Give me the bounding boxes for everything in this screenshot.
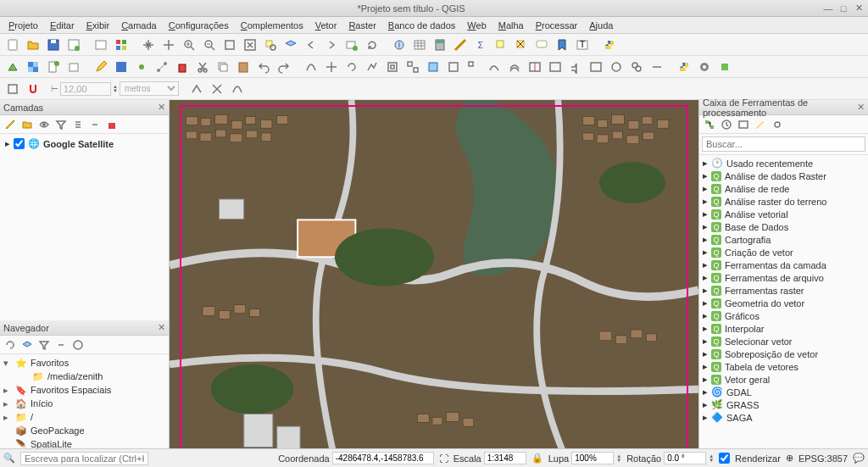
- attribute-table-icon[interactable]: [410, 36, 429, 54]
- zoom-selection-icon[interactable]: [261, 36, 280, 54]
- topo-editing-icon[interactable]: [187, 80, 206, 98]
- processing-item[interactable]: ▸QFerramentas raster: [703, 284, 865, 297]
- caret-icon[interactable]: ▸: [5, 138, 10, 149]
- zoom-full-icon[interactable]: [241, 36, 259, 54]
- simplify-icon[interactable]: [363, 58, 381, 76]
- enable-snapping-icon[interactable]: [24, 80, 42, 98]
- refresh-icon[interactable]: [363, 36, 381, 54]
- processing-item[interactable]: ▸QAnálise de dados Raster: [703, 170, 865, 182]
- processing-item[interactable]: ▸QAnálise raster do terreno: [703, 195, 865, 208]
- processing-item[interactable]: ▸QAnálise de rede: [703, 182, 865, 195]
- processing-item[interactable]: ▸QCriação de vetor: [703, 246, 865, 259]
- reshape-icon[interactable]: [485, 58, 504, 76]
- menu-processar[interactable]: Processar: [531, 19, 583, 32]
- browser-item[interactable]: ▸📁/: [3, 410, 165, 424]
- rotate-feature-icon[interactable]: [342, 58, 361, 76]
- python-console-icon[interactable]: [600, 36, 619, 54]
- menu-malha[interactable]: Malha: [493, 19, 529, 32]
- trim-icon[interactable]: [648, 58, 666, 76]
- window-close-button[interactable]: ✕: [853, 3, 865, 14]
- identify-icon[interactable]: i: [390, 36, 409, 54]
- offset-curve-icon[interactable]: [505, 58, 524, 76]
- new-project-icon[interactable]: [3, 36, 22, 54]
- extents-icon[interactable]: ⛶: [439, 453, 448, 464]
- delete-selected-icon[interactable]: [173, 58, 192, 76]
- python-icon[interactable]: [675, 58, 693, 76]
- menu-editar[interactable]: Editar: [45, 19, 80, 32]
- select-features-icon[interactable]: [492, 36, 510, 54]
- menu-configurações[interactable]: Configurações: [164, 19, 234, 32]
- add-raster-icon[interactable]: [24, 58, 42, 76]
- statistics-icon[interactable]: Σ: [471, 36, 490, 54]
- pan-to-selection-icon[interactable]: [159, 36, 178, 54]
- processing-item[interactable]: ▸QSelecionar vetor: [703, 335, 865, 347]
- crs-icon[interactable]: ⊕: [786, 453, 793, 464]
- layout-manager-icon[interactable]: [92, 36, 110, 54]
- locator-input[interactable]: [20, 452, 148, 465]
- processing-item[interactable]: ▸QGráficos: [703, 309, 865, 322]
- processing-item[interactable]: ▸QFerramentas da camada: [703, 259, 865, 271]
- processing-icon[interactable]: [695, 58, 714, 76]
- menu-vetor[interactable]: Vetor: [310, 19, 342, 32]
- zoom-out-icon[interactable]: [200, 36, 219, 54]
- merge-attributes-icon[interactable]: [587, 58, 605, 76]
- menu-ajuda[interactable]: Ajuda: [584, 19, 618, 32]
- new-shapefile-icon[interactable]: [44, 58, 63, 76]
- processing-edit-icon[interactable]: [753, 117, 768, 132]
- menu-projeto[interactable]: Projeto: [3, 19, 43, 32]
- layers-panel-close-icon[interactable]: ✕: [158, 102, 165, 113]
- processing-item[interactable]: ▸QSobreposição de vetor: [703, 347, 865, 360]
- copy-features-icon[interactable]: [214, 58, 232, 76]
- zoom-last-icon[interactable]: [302, 36, 320, 54]
- delete-ring-icon[interactable]: [444, 58, 463, 76]
- layer-row[interactable]: ▸ 🌐 Google Satellite: [3, 137, 165, 150]
- processing-history-icon[interactable]: [719, 117, 734, 132]
- offset-symbol-icon[interactable]: [627, 58, 646, 76]
- processing-tree[interactable]: ▸🕑Usado recentemente▸QAnálise de dados R…: [699, 155, 868, 467]
- zoom-native-icon[interactable]: [220, 36, 239, 54]
- processing-item[interactable]: ▸QFerramentas de arquivo: [703, 271, 865, 284]
- processing-item[interactable]: ▸🌿GRASS: [703, 398, 865, 411]
- new-geopackage-icon[interactable]: [64, 58, 83, 76]
- expand-all-icon[interactable]: [70, 117, 86, 132]
- add-vector-icon[interactable]: [3, 58, 22, 76]
- processing-options-icon[interactable]: [770, 117, 785, 132]
- lock-icon[interactable]: 🔒: [531, 453, 543, 464]
- remove-layer-icon[interactable]: [104, 117, 120, 132]
- refresh-browser-icon[interactable]: [3, 337, 18, 353]
- layers-tree[interactable]: ▸ 🌐 Google Satellite: [0, 134, 169, 320]
- coord-value-input[interactable]: [332, 452, 434, 464]
- processing-item[interactable]: ▸🕑Usado recentemente: [703, 157, 865, 170]
- zoom-in-icon[interactable]: [180, 36, 198, 54]
- manage-visibility-icon[interactable]: [36, 117, 52, 132]
- processing-item[interactable]: ▸QTabela de vetores: [703, 360, 865, 373]
- text-annotation-icon[interactable]: T: [573, 36, 592, 54]
- properties-icon[interactable]: [70, 337, 86, 353]
- menu-exibir[interactable]: Exibir: [81, 19, 115, 32]
- map-canvas[interactable]: [170, 100, 698, 467]
- browser-panel-close-icon[interactable]: ✕: [158, 322, 165, 333]
- menu-complementos[interactable]: Complementos: [236, 19, 309, 32]
- enable-tracing-icon[interactable]: [228, 80, 247, 98]
- browser-item[interactable]: ▸🏠Início: [3, 397, 165, 410]
- epsg-label[interactable]: EPSG:3857: [798, 453, 848, 464]
- menu-raster[interactable]: Raster: [343, 19, 381, 32]
- menu-web[interactable]: Web: [462, 19, 491, 32]
- bookmark-icon[interactable]: [553, 36, 571, 54]
- snapping-edit-icon[interactable]: [3, 80, 22, 98]
- digitize-curve-icon[interactable]: [302, 58, 320, 76]
- deselect-icon[interactable]: [512, 36, 531, 54]
- render-checkbox[interactable]: [719, 453, 730, 464]
- split-parts-icon[interactable]: [546, 58, 565, 76]
- zoom-layer-icon[interactable]: [281, 36, 300, 54]
- processing-model-icon[interactable]: [702, 117, 717, 132]
- processing-item[interactable]: ▸🌀GDAL: [703, 386, 865, 398]
- new-layout-icon[interactable]: [64, 36, 83, 54]
- pan-icon[interactable]: [139, 36, 158, 54]
- snap-distance-input[interactable]: [60, 82, 111, 96]
- processing-item[interactable]: ▸QBase de Dados: [703, 220, 865, 233]
- split-features-icon[interactable]: [526, 58, 544, 76]
- add-part-icon[interactable]: [403, 58, 422, 76]
- menu-camada[interactable]: Camada: [116, 19, 162, 32]
- zoom-next-icon[interactable]: [322, 36, 341, 54]
